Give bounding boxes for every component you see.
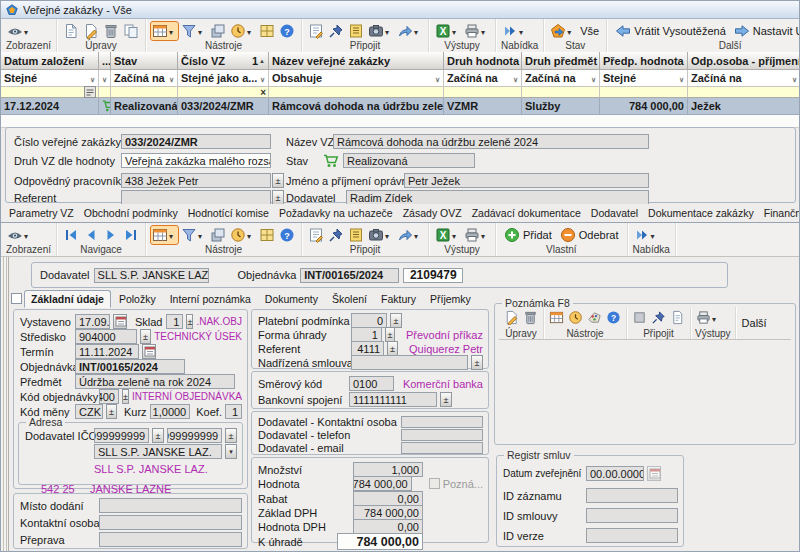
view-button[interactable] — [6, 22, 33, 40]
filter-input-cell[interactable] — [111, 87, 178, 98]
grid-cell[interactable]: Služby — [522, 98, 600, 115]
druh-vz-select[interactable]: Veřejná zakázka malého rozsahu — [121, 153, 271, 168]
grid-cell[interactable]: 033/2024/ZMR — [178, 98, 269, 115]
vystaveno-input[interactable]: 17.09.2024 — [75, 314, 110, 329]
sklad-input[interactable]: 1 — [166, 314, 184, 329]
pin-button[interactable] — [327, 226, 345, 244]
id-smlouvy-input[interactable] — [586, 508, 678, 523]
mnozstvi-input[interactable]: 1,000 — [353, 462, 423, 477]
dodavatel-telefon-input[interactable] — [401, 429, 483, 441]
grid-cell[interactable]: Rámcová dohoda na údržbu zeleně ... — [269, 98, 444, 115]
lookup-button[interactable] — [440, 392, 452, 407]
status-button[interactable] — [549, 22, 576, 40]
order-dodavatel-input[interactable]: SLL S.P. JANSKE LAZ. — [94, 268, 209, 283]
grid-cell[interactable] — [99, 98, 111, 115]
menu-button[interactable] — [501, 22, 528, 40]
column-filter-dropdown[interactable]: Začíná na — [111, 70, 178, 87]
nav-next-button[interactable] — [102, 226, 120, 244]
column-header[interactable]: Číslo VZ1 — [178, 52, 269, 70]
grid-cell[interactable]: 784 000,00 — [600, 98, 688, 115]
ico2-input[interactable]: 999999999 — [167, 428, 222, 443]
history-button[interactable] — [567, 309, 584, 326]
snapshot-button[interactable] — [367, 226, 394, 244]
lookup-button[interactable] — [387, 341, 398, 356]
odebrat-button[interactable]: Odebrat — [557, 226, 622, 244]
send-button[interactable] — [396, 22, 423, 40]
nav-prev-button[interactable] — [82, 226, 100, 244]
tab-hodnot-c-komise[interactable]: Hodnotící komise — [183, 204, 274, 222]
kod-objednavky-input[interactable]: 400 — [99, 389, 119, 404]
lookup-button[interactable] — [225, 428, 237, 443]
ico-input[interactable]: 999999999 — [94, 428, 149, 443]
copy-record-button[interactable] — [122, 22, 140, 40]
column-filter-dropdown[interactable]: Začíná na — [444, 70, 522, 87]
platebni-podminka-input[interactable]: 0 — [351, 313, 387, 328]
column-filter-dropdown[interactable]: Stejné jako a... — [178, 70, 269, 87]
excel-export-button[interactable]: X — [434, 22, 461, 40]
edit-record-button[interactable] — [82, 22, 100, 40]
koef-input[interactable]: 1 — [225, 404, 242, 419]
list-button[interactable] — [347, 22, 365, 40]
dodavatel-input[interactable]: Radim Zídek — [346, 190, 649, 205]
zaklad-dph-input[interactable]: 784 000,00 — [353, 505, 423, 520]
objednavka-input[interactable]: INT/00165/2024 — [75, 359, 185, 374]
help-button[interactable]: ? — [278, 22, 296, 40]
tab-dodavatel[interactable]: Dodavatel — [586, 204, 643, 222]
filter-input-cell[interactable]: × — [178, 87, 269, 98]
nav-first-button[interactable] — [62, 226, 80, 244]
print-button[interactable] — [463, 22, 490, 40]
document-button[interactable] — [669, 309, 686, 326]
grid-cell[interactable]: 17.12.2024 — [1, 98, 99, 115]
kod-meny-input[interactable]: CZK — [75, 404, 103, 419]
dodavatel-kontakt-input[interactable] — [401, 416, 483, 428]
column-filter-dropdown[interactable]: Začíná na — [688, 70, 800, 87]
lookup-button[interactable] — [140, 329, 152, 344]
column-filter-dropdown[interactable]: Stejné — [600, 70, 688, 87]
subtab-p-jemky[interactable]: Příjemky — [424, 291, 477, 307]
format-table-button[interactable] — [151, 226, 178, 244]
clear-filter-icon[interactable]: × — [260, 87, 266, 98]
stav-input[interactable]: Realizovaná — [343, 153, 475, 168]
rabat-input[interactable]: 0,00 — [353, 491, 423, 506]
id-zaznamu-input[interactable] — [586, 488, 678, 503]
colors-button[interactable] — [586, 309, 603, 326]
referent-kod-input[interactable]: 4111 — [351, 341, 384, 356]
lookup-button[interactable] — [272, 173, 284, 188]
calendar-button[interactable] — [647, 466, 661, 481]
bankovni-spojeni-input[interactable]: 1111111111 — [349, 392, 437, 407]
filter-input-cell[interactable] — [688, 87, 800, 98]
history-button[interactable] — [229, 22, 256, 40]
note-button[interactable] — [307, 226, 325, 244]
attach-button[interactable] — [631, 309, 648, 326]
dropdown-button[interactable] — [225, 444, 237, 459]
grid-button-icon[interactable] — [84, 86, 96, 98]
snapshot-button[interactable] — [367, 22, 394, 40]
tab-parametry-vz[interactable]: Parametry VZ — [4, 204, 79, 222]
hodnota-dph-input[interactable]: 0,00 — [353, 519, 423, 534]
grid-data-row[interactable]: 17.12.2024Realizovaná033/2024/ZMRRámcová… — [1, 98, 800, 115]
delete-button[interactable] — [102, 22, 120, 40]
column-filter-dropdown[interactable] — [99, 70, 111, 87]
help-button[interactable]: ? — [605, 309, 622, 326]
order-objednavka-input[interactable]: INT/00165/2024 — [300, 268, 399, 283]
grid-cell[interactable]: Realizovaná — [111, 98, 178, 115]
nazev-vz-input[interactable]: Rámcová dohoda na údržbu zeleně 2024 — [333, 134, 649, 149]
help-button[interactable]: ? — [278, 226, 296, 244]
column-filter-dropdown[interactable]: Stejné — [1, 70, 99, 87]
filter-input-cell[interactable] — [269, 87, 444, 98]
smerovy-kod-input[interactable]: 0100 — [349, 376, 394, 391]
forma-uhrady-input[interactable]: 1 — [351, 327, 382, 342]
pin-button[interactable] — [327, 22, 345, 40]
lookup-button[interactable] — [186, 314, 193, 329]
new-record-button[interactable] — [62, 22, 80, 40]
stredisko-input[interactable]: 904000 — [75, 329, 137, 344]
subtab-z-kladn-daje[interactable]: Základní údaje — [24, 290, 111, 308]
tab-obchodn-podm-nky[interactable]: Obchodní podmínky — [79, 204, 183, 222]
excel-export-button[interactable]: X — [434, 226, 461, 244]
grid-cell[interactable]: VZMR — [444, 98, 522, 115]
view-button[interactable] — [6, 226, 33, 244]
print-button[interactable] — [463, 226, 490, 244]
cislo-vz-input[interactable]: 033/2024/ZMR — [121, 134, 271, 149]
calendar-button[interactable] — [113, 314, 127, 329]
nadrizena-smlouva-input[interactable] — [351, 355, 468, 370]
